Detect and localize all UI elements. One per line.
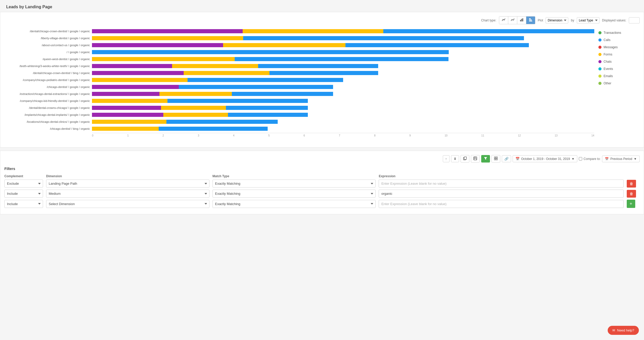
expression-input-0[interactable]	[379, 180, 624, 188]
toolbar-copy-btn[interactable]	[461, 155, 469, 163]
complement-select-0[interactable]: ExcludeInclude	[4, 180, 43, 188]
dimension-select-1[interactable]: Landing Page PathMediumSelect Dimension	[46, 190, 209, 198]
bottom-toolbar: ↑ ⬇ 🔗 📅 October 1, 2019 - October 31, 20…	[4, 155, 640, 163]
legend-label: Emails	[604, 74, 613, 78]
complement-select-1[interactable]: ExcludeInclude	[4, 190, 43, 198]
date-picker-btn[interactable]: 📅 October 1, 2019 - October 31, 2019 ▼	[513, 155, 577, 162]
bar-segment	[92, 92, 159, 96]
bar-container	[92, 127, 594, 131]
legend-dot	[598, 46, 601, 49]
bar-label: /about-us/contact-us / google / organic	[4, 44, 92, 47]
chart-type-line[interactable]	[499, 17, 508, 24]
add-filter-btn-2[interactable]: +	[627, 200, 635, 208]
x-axis-tick: 3	[198, 134, 199, 137]
bar-row: /dental/chicago-crown-dentist/ / google …	[4, 28, 594, 34]
bar-label: /company/chicago-pediatric-dentist/ / go…	[4, 78, 92, 82]
legend-dot	[598, 53, 601, 56]
svg-rect-12	[494, 157, 496, 158]
dimension-select-2[interactable]: Landing Page PathMediumSelect Dimension	[46, 200, 209, 208]
svg-marker-11	[484, 157, 487, 160]
delete-filter-btn-1[interactable]: 🗑	[627, 190, 636, 198]
x-axis-tick: 4	[233, 134, 235, 137]
matchtype-select-0[interactable]: Exactly MatchingContainsStarts With	[213, 180, 376, 188]
matchtype-select-1[interactable]: Exactly MatchingContainsStarts With	[213, 190, 376, 198]
toolbar-link-btn[interactable]: 🔗	[502, 155, 511, 162]
bar-segment	[92, 36, 243, 40]
plot-dimension-select[interactable]: Dimension	[546, 17, 568, 23]
calendar2-icon: 📅	[605, 157, 609, 161]
bar-segment	[269, 71, 378, 75]
bar-segment	[92, 99, 167, 103]
delete-filter-btn-0[interactable]: 🗑	[627, 180, 636, 188]
chart-type-spline[interactable]	[508, 17, 517, 24]
compare-period-btn[interactable]: 📅 Previous Period ▼	[602, 156, 640, 162]
bar-segment	[163, 113, 228, 117]
svg-rect-10	[474, 158, 477, 160]
x-axis-tick: 8	[374, 134, 376, 137]
toolbar-save-btn[interactable]	[471, 155, 480, 163]
bar-segment	[167, 99, 308, 103]
svg-rect-15	[496, 159, 497, 160]
legend-item: Calls	[598, 38, 640, 42]
bar-container	[92, 36, 594, 40]
filter-header-dimension: Dimension	[46, 174, 209, 178]
compare-checkbox[interactable]	[579, 157, 582, 160]
bar-segment	[92, 113, 163, 117]
legend-item: Other	[598, 82, 640, 85]
chart-type-bar[interactable]	[517, 17, 526, 24]
svg-rect-13	[496, 157, 497, 158]
dimension-select-0[interactable]: Landing Page PathMediumSelect Dimension	[46, 180, 209, 188]
filter-header-expression: Expression	[379, 174, 624, 178]
toolbar-up-btn[interactable]: ↑	[443, 155, 450, 162]
bar-container	[92, 71, 594, 75]
toolbar-download-btn[interactable]: ⬇	[451, 155, 459, 162]
by-lead-type-select[interactable]: Lead Type	[577, 17, 599, 23]
expression-input-1[interactable]	[379, 190, 624, 198]
filter-row: ExcludeIncludeLanding Page PathMediumSel…	[4, 190, 640, 198]
x-axis-tick: 11	[481, 134, 484, 137]
bar-row: /locations/chicago-dental-clinics/ / goo…	[4, 119, 594, 125]
bar-segment	[92, 43, 223, 47]
svg-rect-0	[520, 20, 521, 21]
chart-type-label: Chart type:	[481, 19, 496, 22]
filter-header-row: Complement Dimension Match Type Expressi…	[4, 174, 640, 178]
compare-label: Compare to:	[579, 157, 600, 161]
bar-label: / / google / organic	[4, 51, 92, 54]
legend-label: Calls	[604, 38, 611, 42]
calendar-icon: 📅	[515, 157, 520, 161]
toolbar-filter-btn[interactable]	[481, 155, 490, 163]
bar-row: /dental/dental-crowns-chicago/ / google …	[4, 105, 594, 111]
bar-segment	[92, 127, 159, 131]
toolbar-grid-btn[interactable]	[492, 155, 500, 163]
legend-dot	[598, 75, 601, 78]
expression-input-2[interactable]	[379, 200, 624, 208]
legend-label: Other	[604, 82, 611, 85]
bar-row: / / google / organic	[4, 49, 594, 55]
filter-row: ExcludeIncludeLanding Page PathMediumSel…	[4, 200, 640, 208]
bar-segment	[232, 92, 333, 96]
filter-header-matchtype: Match Type	[213, 174, 376, 178]
complement-select-2[interactable]: ExcludeInclude	[4, 200, 43, 208]
bar-row: /company/chicago-kid-friendly-dentist/ /…	[4, 98, 594, 104]
chart-type-hbar[interactable]	[526, 17, 535, 24]
filter-header-complement: Complement	[4, 174, 43, 178]
bar-segment	[92, 57, 235, 61]
bar-container	[92, 43, 594, 47]
bar-row: /queen-west-dentist / google / organic	[4, 56, 594, 62]
bar-label: /queen-west-dentist / google / organic	[4, 58, 92, 61]
matchtype-select-2[interactable]: Exactly MatchingContainsStarts With	[213, 200, 376, 208]
bar-segment	[92, 120, 166, 124]
by-label: by	[571, 19, 574, 22]
x-axis-tick: 12	[518, 134, 521, 137]
plot-label: Plot	[538, 19, 543, 22]
bar-label: /chicago-dentist/ / bing / organic	[4, 127, 92, 130]
bar-segment	[92, 71, 184, 75]
svg-rect-7	[464, 157, 467, 159]
bar-segment	[159, 127, 268, 131]
bar-segment	[92, 78, 188, 82]
legend-item: Events	[598, 67, 640, 71]
chart-legend: TransactionsCallsMessagesFormsChatsEvent…	[598, 28, 640, 143]
x-axis-tick: 13	[555, 134, 557, 137]
displayed-value-input[interactable]: 15	[629, 17, 640, 23]
bar-segment	[243, 29, 383, 33]
